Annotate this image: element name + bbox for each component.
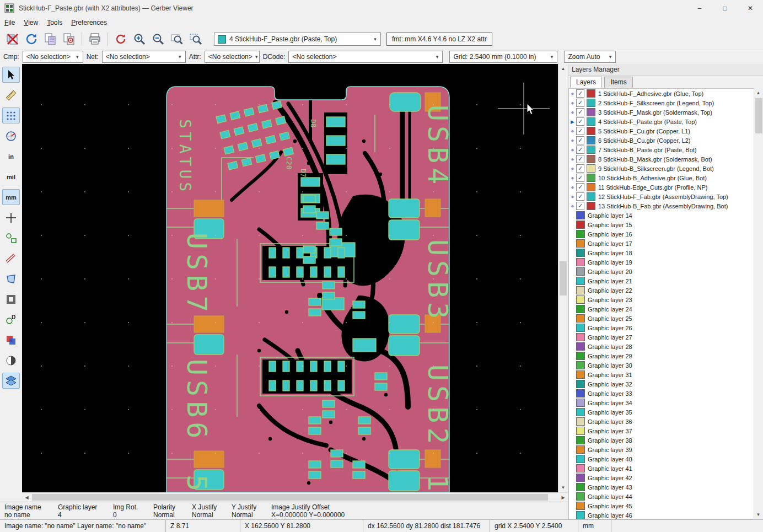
polar-coordinates-toggle[interactable] [2,128,20,144]
minimize-button[interactable]: – [687,0,712,17]
maximize-button[interactable]: □ [712,0,738,17]
graphic-layer-row[interactable]: Graphic layer 30 [569,361,754,370]
layer-row[interactable]: ◆✓9 StickHub-B_Silkscreen.gbr (Legend, B… [569,164,754,173]
layer-color-swatch[interactable] [587,108,595,116]
layer-color-swatch[interactable] [576,230,585,238]
layer-color-swatch[interactable] [576,380,585,388]
cursor-shape-toggle[interactable] [2,209,20,225]
graphic-layer-row[interactable]: Graphic layer 40 [569,454,754,464]
layer-color-swatch[interactable] [576,211,585,219]
units-inches-toggle[interactable]: in [2,148,20,164]
graphic-layer-row[interactable]: Graphic layer 20 [569,267,754,276]
grid-dropdown[interactable]: Grid: 2.5400 mm (0.1000 in)▾ [449,51,557,63]
diff-mode-toggle[interactable] [2,332,20,348]
graphic-layer-row[interactable]: Graphic layer 37 [569,426,754,436]
layer-color-swatch[interactable] [576,324,585,332]
graphic-layer-row[interactable]: Graphic layer 28 [569,342,754,351]
layer-color-swatch[interactable] [587,99,595,107]
layer-color-swatch[interactable] [576,249,585,257]
layer-row[interactable]: ◆✓2 StickHub-F_Silkscreen.gbr (Legend, T… [569,98,754,108]
layer-color-swatch[interactable] [576,455,585,463]
menu-preferences[interactable]: Preferences [67,18,111,28]
scroll-right-icon[interactable]: ▶ [558,493,568,502]
scroll-down-icon[interactable]: ▼ [558,483,568,492]
graphic-layer-row[interactable]: Graphic layer 26 [569,323,754,332]
layer-color-swatch[interactable] [576,305,585,313]
layer-row[interactable]: ◆✓1 StickHub-F_Adhesive.gbr (Glue, Top) [569,89,754,98]
layer-color-swatch[interactable] [576,277,585,285]
flashed-items-sketch-toggle[interactable] [2,230,20,246]
layer-color-swatch[interactable] [576,267,585,276]
layer-row[interactable]: ▶✓4 StickHub-F_Paste.gbr (Paste, Top) [569,117,754,126]
graphic-layer-row[interactable]: Graphic layer 21 [569,276,754,286]
select-tool[interactable] [2,67,20,83]
pcb-canvas[interactable]: D8 C20 D7 STATUS USB7 USB6 5 USB4 USB3 U… [22,64,558,492]
canvas-vertical-scrollbar[interactable]: ▲ ▼ [558,64,568,492]
graphic-layer-row[interactable]: Graphic layer 24 [569,304,754,314]
layer-row[interactable]: ◆✓13 StickHub-B_Fab.gbr (AssemblyDrawing… [569,201,754,211]
scroll-left-icon[interactable]: ◀ [22,493,31,502]
layer-visibility-checkbox[interactable]: ✓ [576,192,584,201]
canvas-horizontal-scrollbar[interactable]: ◀ ▶ [22,492,568,502]
menu-view[interactable]: View [19,18,42,28]
zoom-selection-icon[interactable] [187,31,204,47]
layer-color-swatch[interactable] [576,342,585,351]
layer-color-swatch[interactable] [587,174,595,182]
layer-color-swatch[interactable] [576,258,585,266]
zoom-out-icon[interactable] [150,31,166,47]
layer-visibility-checkbox[interactable]: ✓ [576,117,584,126]
layer-color-swatch[interactable] [576,221,585,229]
layer-row[interactable]: ◆✓6 StickHub-B_Cu.gbr (Copper, L2) [569,136,754,145]
cmp-dropdown[interactable]: <No selection>▾ [23,51,83,63]
graphic-layer-row[interactable]: Graphic layer 27 [569,332,754,342]
graphic-layer-row[interactable]: Graphic layer 33 [569,389,754,398]
layer-color-swatch[interactable] [576,408,585,416]
layers-scroll-thumb[interactable] [755,98,762,133]
graphic-layer-row[interactable]: Graphic layer 14 [569,211,754,220]
horizontal-scroll-thumb[interactable] [32,494,548,501]
graphic-layer-row[interactable]: Graphic layer 25 [569,314,754,323]
units-mils-toggle[interactable]: mil [2,169,20,185]
layer-color-swatch[interactable] [587,89,595,98]
graphic-layer-row[interactable]: Graphic layer 46 [569,510,754,519]
graphic-layer-row[interactable]: Graphic layer 41 [569,464,754,473]
layer-color-swatch[interactable] [576,427,585,435]
clear-all-layers-icon[interactable] [4,31,21,47]
attr-dropdown[interactable]: <No selection>▾ [205,51,260,63]
high-contrast-toggle[interactable] [2,352,20,368]
layer-visibility-checkbox[interactable]: ✓ [576,174,584,182]
open-gerber-file-icon[interactable] [42,31,58,47]
layer-color-swatch[interactable] [576,483,585,491]
layer-row[interactable]: ◆✓5 StickHub-F_Cu.gbr (Copper, L1) [569,126,754,136]
layer-color-swatch[interactable] [587,164,595,173]
layer-color-swatch[interactable] [587,202,595,210]
graphic-layer-row[interactable]: Graphic layer 38 [569,436,754,445]
lines-sketch-toggle[interactable] [2,250,20,266]
layer-color-swatch[interactable] [587,136,595,144]
zoom-dropdown[interactable]: Zoom Auto▾ [564,51,616,63]
layer-color-swatch[interactable] [587,127,595,135]
layer-color-swatch[interactable] [576,370,585,379]
layer-visibility-checkbox[interactable]: ✓ [576,164,584,173]
layer-row[interactable]: ◆✓8 StickHub-B_Mask.gbr (Soldermask, Bot… [569,154,754,164]
layer-color-swatch[interactable] [587,117,595,126]
layer-visibility-checkbox[interactable]: ✓ [576,155,584,163]
grid-visibility-toggle[interactable] [2,108,20,123]
layer-color-swatch[interactable] [576,399,585,407]
reload-gerbers-icon[interactable] [23,31,40,47]
scroll-up-icon[interactable]: ▲ [558,64,568,73]
layer-color-swatch[interactable] [576,239,585,248]
graphic-layer-row[interactable]: Graphic layer 22 [569,286,754,295]
layer-color-swatch[interactable] [587,183,595,191]
layer-visibility-checkbox[interactable]: ✓ [576,99,584,107]
layer-color-swatch[interactable] [576,464,585,472]
menu-tools[interactable]: Tools [42,18,67,28]
graphic-layer-row[interactable]: Graphic layer 15 [569,220,754,229]
layer-visibility-checkbox[interactable]: ✓ [576,183,584,191]
graphic-layer-row[interactable]: Graphic layer 34 [569,398,754,407]
scroll-up-icon[interactable]: ▲ [754,88,763,98]
graphic-layer-row[interactable]: Graphic layer 18 [569,248,754,257]
layer-row[interactable]: ◆✓3 StickHub-F_Mask.gbr (Soldermask, Top… [569,108,754,117]
layer-color-swatch[interactable] [576,361,585,369]
graphic-layer-row[interactable]: Graphic layer 31 [569,370,754,379]
